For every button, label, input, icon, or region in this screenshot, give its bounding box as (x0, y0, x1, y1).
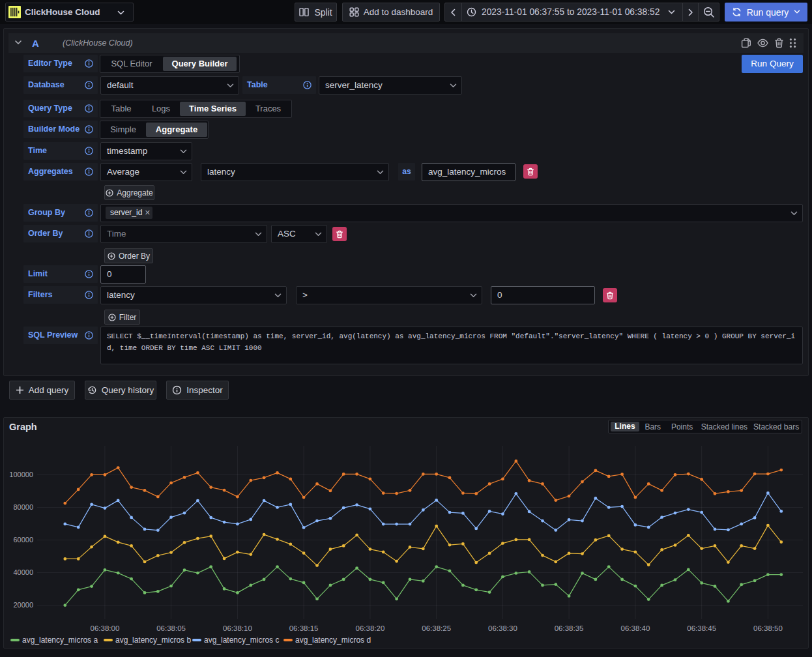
svg-text:100000: 100000 (9, 471, 33, 478)
svg-text:06:38:40: 06:38:40 (621, 624, 650, 632)
svg-text:06:38:00: 06:38:00 (91, 624, 120, 632)
svg-text:20000: 20000 (13, 601, 33, 609)
svg-text:06:38:45: 06:38:45 (687, 624, 716, 632)
svg-text:06:38:15: 06:38:15 (289, 624, 319, 632)
svg-text:60000: 60000 (13, 536, 33, 544)
svg-text:06:38:50: 06:38:50 (753, 624, 783, 632)
svg-text:06:38:05: 06:38:05 (156, 624, 186, 632)
svg-text:06:38:25: 06:38:25 (422, 624, 451, 632)
svg-text:80000: 80000 (13, 503, 33, 511)
svg-text:40000: 40000 (13, 568, 33, 576)
svg-text:06:38:20: 06:38:20 (356, 624, 385, 632)
svg-text:06:38:30: 06:38:30 (488, 624, 517, 632)
svg-text:06:38:10: 06:38:10 (223, 624, 252, 632)
svg-text:06:38:35: 06:38:35 (555, 624, 584, 632)
